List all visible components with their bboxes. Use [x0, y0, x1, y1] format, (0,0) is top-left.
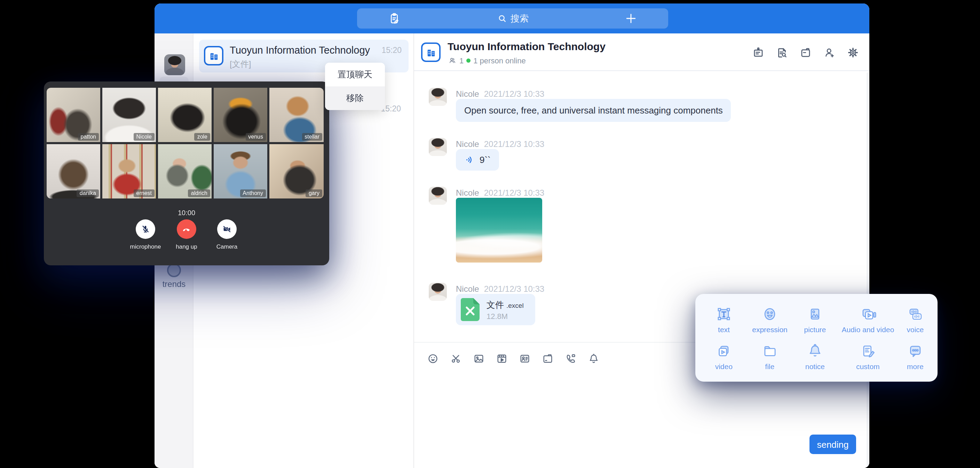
message-meta: Nicole2021/12/3 10:33 — [456, 188, 544, 198]
avatar[interactable] — [429, 138, 447, 156]
search-bar[interactable]: 搜索 — [357, 8, 668, 29]
participant-name: venus — [245, 133, 266, 141]
online-status: 1 person online — [473, 56, 525, 65]
avatar[interactable] — [429, 283, 447, 301]
video-tile: patton — [47, 88, 100, 142]
file-folder-icon[interactable] — [541, 352, 554, 364]
trends-label: trends — [154, 279, 194, 289]
participant-name: danika — [77, 189, 99, 197]
feature-panel: text expression picture — [695, 294, 937, 382]
chat-company-logo-icon — [421, 43, 441, 62]
video-tile: zole — [158, 88, 212, 142]
search-icon — [496, 13, 507, 24]
chat-history-search-icon[interactable] — [775, 46, 789, 59]
participant-name: stellar — [302, 133, 322, 141]
video-clapper-icon[interactable] — [496, 352, 508, 364]
chat-panel: Tuoyun Information Technology 1 1 person… — [414, 34, 869, 468]
audio-wave-icon — [464, 155, 475, 165]
voice-bubbles-icon — [906, 305, 924, 323]
video-tile: stellar — [269, 88, 324, 142]
video-play-icon — [715, 342, 733, 360]
mic-slash-icon — [140, 224, 151, 235]
hang-up-phone-icon — [181, 224, 192, 235]
top-bar: 搜索 — [154, 3, 869, 34]
feature-more[interactable]: more — [900, 338, 931, 375]
avatar[interactable] — [429, 187, 447, 205]
message-meta: Nicole2021/12/3 10:33 — [456, 284, 544, 294]
picture-icon[interactable] — [473, 352, 485, 364]
feature-voice[interactable]: voice — [900, 301, 931, 338]
announcement-icon[interactable] — [752, 46, 765, 59]
call-timer: 10:00 — [44, 209, 329, 217]
image-message-beach[interactable] — [456, 198, 542, 262]
feature-text[interactable]: text — [702, 301, 745, 338]
feature-expression[interactable]: expression — [745, 301, 794, 338]
feature-file[interactable]: file — [745, 338, 794, 375]
camera-off-button[interactable] — [217, 219, 237, 239]
feature-notice[interactable]: notice — [794, 338, 836, 375]
file-size: 12.8M — [487, 312, 508, 320]
online-dot — [466, 59, 471, 63]
feature-picture[interactable]: picture — [794, 301, 836, 338]
more-bubble-icon — [906, 342, 924, 360]
member-count: 1 — [460, 56, 463, 65]
emoji-icon[interactable] — [427, 352, 439, 364]
send-button[interactable]: sending — [810, 434, 856, 454]
excel-file-icon — [461, 298, 480, 321]
page-title: Tuoyun Information Technology — [447, 40, 606, 52]
menu-item-pin-chat[interactable]: 置顶聊天 — [325, 63, 385, 86]
feature-audio-video[interactable]: Audio and video — [836, 301, 900, 338]
trends-icon — [167, 263, 181, 277]
chat-header: Tuoyun Information Technology 1 1 person… — [414, 34, 869, 71]
expression-smiley-icon — [761, 305, 779, 323]
company-logo-icon — [204, 46, 223, 65]
context-menu: 置顶聊天 移除 — [325, 63, 385, 110]
plus-icon[interactable] — [624, 12, 638, 25]
message-input-area[interactable]: sending — [414, 374, 869, 468]
sidebar-item-trends[interactable]: trends — [154, 263, 194, 289]
screenshot-scissors-icon[interactable] — [450, 352, 462, 364]
video-tile: danika — [47, 144, 100, 198]
participant-name: Anthony — [240, 189, 266, 197]
search-placeholder: 搜索 — [511, 12, 529, 25]
camera-slash-icon — [221, 224, 232, 235]
add-member-icon[interactable] — [823, 46, 836, 59]
audio-video-icon — [859, 305, 877, 323]
members-icon — [448, 56, 457, 65]
feature-custom[interactable]: custom — [836, 338, 900, 375]
participant-name: gary — [306, 189, 322, 197]
file-name: 文件 .excel — [487, 299, 524, 311]
file-folder-outline-icon — [761, 342, 779, 360]
search-field[interactable]: 搜索 — [357, 8, 668, 29]
feature-video[interactable]: video — [702, 338, 745, 375]
video-tile: ernest — [102, 144, 156, 198]
microphone-mute-button[interactable] — [136, 219, 155, 239]
video-call-phone-icon[interactable] — [565, 352, 577, 364]
camera-label: Camera — [202, 243, 251, 250]
chat-scrollbar[interactable] — [867, 72, 869, 466]
picture-frame-icon — [806, 305, 824, 323]
text-message-bubble[interactable]: Open source, free, and universal instant… — [456, 99, 731, 122]
file-message-bubble[interactable]: 文件 .excel 12.8M — [456, 294, 535, 325]
notification-bell-icon[interactable] — [587, 352, 600, 364]
video-call-overlay: patton Nicole zole venus stellar danika … — [44, 81, 329, 265]
participant-name: patton — [78, 133, 99, 141]
notice-bell-icon — [806, 342, 824, 360]
video-tile: Anthony — [214, 144, 267, 198]
conversation-title: Tuoyun Information Technology — [230, 45, 370, 56]
conversation-preview: [文件] — [230, 59, 251, 70]
audio-message-bubble[interactable]: 9`` — [456, 149, 499, 171]
video-tile: Nicole — [102, 88, 156, 142]
current-user-avatar[interactable] — [164, 54, 185, 75]
settings-gear-icon[interactable] — [846, 46, 859, 59]
custom-doc-pen-icon — [859, 342, 877, 360]
participant-name: aldrich — [188, 189, 210, 197]
avatar[interactable] — [429, 88, 447, 106]
file-manager-icon[interactable] — [799, 46, 812, 59]
contact-card-icon[interactable] — [519, 352, 531, 364]
participant-name: Nicole — [134, 133, 154, 141]
hang-up-button[interactable] — [177, 219, 196, 239]
menu-item-remove[interactable]: 移除 — [325, 86, 385, 110]
video-tile: gary — [269, 144, 324, 198]
conversation-time: 15:20 — [382, 46, 402, 54]
